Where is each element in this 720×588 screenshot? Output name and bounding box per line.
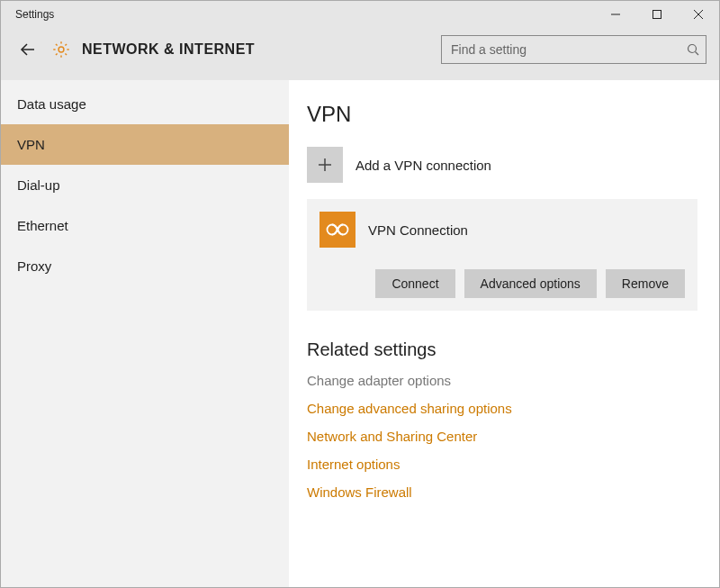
close-button[interactable]: [678, 1, 719, 28]
content: VPN Add a VPN connection VPN Connection: [289, 80, 719, 587]
related-settings-title: Related settings: [307, 339, 698, 360]
maximize-button[interactable]: [636, 1, 678, 28]
vpn-connection-name: VPN Connection: [368, 222, 468, 238]
link-change-advanced-sharing[interactable]: Change advanced sharing options: [307, 401, 698, 416]
close-icon: [694, 10, 703, 19]
sidebar: Data usage VPN Dial-up Ethernet Proxy: [1, 80, 289, 587]
link-windows-firewall[interactable]: Windows Firewall: [307, 484, 698, 500]
titlebar: Settings: [1, 1, 719, 28]
sidebar-item-dial-up[interactable]: Dial-up: [1, 165, 289, 205]
sidebar-item-vpn[interactable]: VPN: [1, 124, 289, 165]
maximize-icon: [652, 10, 662, 19]
search-wrap: [441, 35, 706, 64]
header: NETWORK & INTERNET: [1, 28, 719, 80]
add-vpn-button[interactable]: Add a VPN connection: [307, 147, 698, 183]
category-title: NETWORK & INTERNET: [82, 41, 441, 58]
vpn-row: VPN Connection: [320, 212, 685, 248]
sidebar-item-proxy[interactable]: Proxy: [1, 246, 289, 286]
minimize-button[interactable]: [595, 1, 636, 28]
window-title: Settings: [15, 8, 595, 21]
vpn-buttons: Connect Advanced options Remove: [320, 269, 685, 298]
back-button[interactable]: [14, 35, 42, 64]
sidebar-item-data-usage[interactable]: Data usage: [1, 84, 289, 124]
sidebar-item-ethernet[interactable]: Ethernet: [1, 205, 289, 246]
search-input[interactable]: [441, 35, 706, 64]
add-vpn-label: Add a VPN connection: [356, 158, 491, 173]
connect-button[interactable]: Connect: [375, 269, 454, 298]
back-arrow-icon: [20, 41, 36, 58]
gear-icon: [51, 40, 71, 59]
link-internet-options[interactable]: Internet options: [307, 457, 698, 472]
vpn-icon: [325, 221, 350, 239]
vpn-connection-card[interactable]: VPN Connection Connect Advanced options …: [307, 199, 698, 311]
window-controls: [595, 1, 719, 28]
vpn-icon-box: [320, 212, 356, 248]
remove-button[interactable]: Remove: [606, 269, 685, 298]
link-change-adapter-options[interactable]: Change adapter options: [307, 373, 698, 388]
svg-point-5: [58, 47, 64, 52]
page-title: VPN: [307, 102, 698, 127]
minimize-icon: [611, 10, 620, 19]
plus-box: [307, 147, 343, 183]
svg-rect-1: [653, 11, 662, 19]
advanced-options-button[interactable]: Advanced options: [464, 269, 597, 298]
link-network-sharing-center[interactable]: Network and Sharing Center: [307, 429, 698, 444]
plus-icon: [318, 158, 332, 172]
body: Data usage VPN Dial-up Ethernet Proxy VP…: [1, 80, 719, 587]
